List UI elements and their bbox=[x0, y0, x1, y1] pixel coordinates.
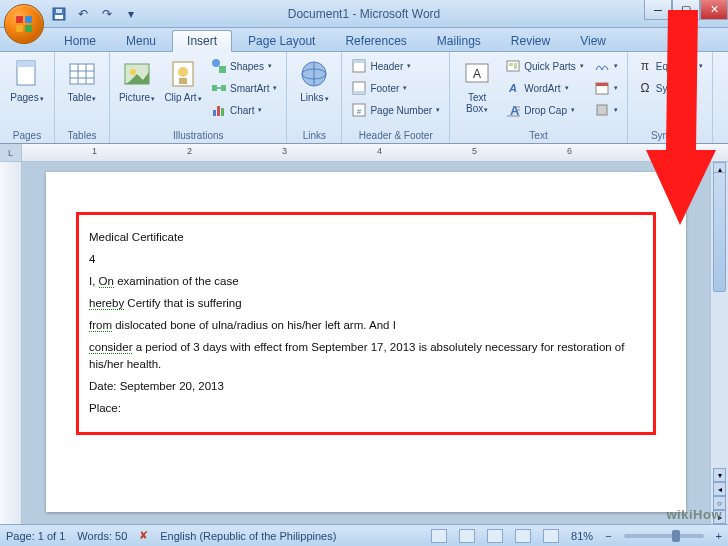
zoom-level[interactable]: 81% bbox=[571, 530, 593, 542]
button-label: Symbol bbox=[656, 83, 689, 94]
group-links: Links▾Links bbox=[287, 52, 342, 143]
page-status[interactable]: Page: 1 of 1 bbox=[6, 530, 65, 542]
browse-object-button[interactable]: ○ bbox=[713, 496, 726, 510]
button-label: WordArt bbox=[524, 83, 561, 94]
tab-home[interactable]: Home bbox=[50, 31, 110, 51]
picture-icon bbox=[121, 58, 153, 90]
zoom-slider[interactable] bbox=[624, 534, 704, 538]
close-button[interactable]: ✕ bbox=[700, 0, 728, 20]
document-text[interactable]: Medical Certificate4I, On examination of… bbox=[89, 229, 643, 416]
tab-view[interactable]: View bbox=[566, 31, 620, 51]
redo-button[interactable]: ↷ bbox=[98, 5, 116, 23]
object-button[interactable]: ▾ bbox=[591, 100, 621, 120]
document-page[interactable]: Medical Certificate4I, On examination of… bbox=[46, 172, 686, 512]
svg-rect-41 bbox=[514, 63, 517, 69]
pagenumber-button[interactable]: #Page Number▾ bbox=[348, 100, 443, 120]
group-text: AText Box▾Quick Parts▾AWordArt▾ADrop Cap… bbox=[450, 52, 628, 143]
document-line[interactable]: consider a period of 3 days with effect … bbox=[89, 339, 643, 371]
signature-button[interactable]: ▾ bbox=[591, 56, 621, 76]
obj-icon bbox=[594, 102, 610, 118]
group-label: Tables bbox=[61, 128, 103, 143]
zoom-thumb[interactable] bbox=[672, 530, 680, 542]
shapes-button[interactable]: Shapes▾ bbox=[208, 56, 280, 76]
qat-menu[interactable]: ▾ bbox=[122, 5, 140, 23]
document-line[interactable]: Medical Certificate bbox=[89, 229, 643, 245]
smartart-button[interactable]: SmartArt▾ bbox=[208, 78, 280, 98]
svg-rect-32 bbox=[353, 60, 365, 63]
next-page-button[interactable]: ▸ bbox=[713, 510, 726, 524]
textbox-button[interactable]: AText Box▾ bbox=[456, 56, 498, 114]
zoom-in-button[interactable]: + bbox=[716, 530, 722, 542]
quickparts-button[interactable]: Quick Parts▾ bbox=[502, 56, 587, 76]
tab-references[interactable]: References bbox=[331, 31, 420, 51]
vertical-scrollbar[interactable]: ▴ ▾ ◂ ○ ▸ bbox=[710, 162, 728, 524]
scroll-down-button[interactable]: ▾ bbox=[713, 468, 726, 482]
minimize-button[interactable]: ─ bbox=[644, 0, 672, 20]
svg-point-18 bbox=[178, 67, 188, 77]
grammar-squiggle[interactable]: from bbox=[89, 319, 112, 332]
tab-insert[interactable]: Insert bbox=[172, 30, 232, 52]
svg-text:A: A bbox=[473, 67, 481, 81]
save-button[interactable] bbox=[50, 5, 68, 23]
tab-review[interactable]: Review bbox=[497, 31, 564, 51]
document-line[interactable]: hereby Certify that is suffering bbox=[89, 295, 643, 311]
table-icon bbox=[66, 58, 98, 90]
grammar-squiggle[interactable]: On bbox=[99, 275, 114, 288]
footer-icon bbox=[351, 80, 367, 96]
chart-button[interactable]: Chart▾ bbox=[208, 100, 280, 120]
scroll-thumb[interactable] bbox=[713, 172, 726, 292]
ruler-mark: 4 bbox=[377, 146, 382, 156]
language-status[interactable]: English (Republic of the Philippines) bbox=[160, 530, 336, 542]
equation-button[interactable]: πEquation▾ bbox=[634, 56, 706, 76]
chart-icon bbox=[211, 102, 227, 118]
tab-menu[interactable]: Menu bbox=[112, 31, 170, 51]
wordart-button[interactable]: AWordArt▾ bbox=[502, 78, 587, 98]
document-line[interactable]: 4 bbox=[89, 251, 643, 267]
picture-button[interactable]: Picture▾ bbox=[116, 56, 158, 103]
links-button[interactable]: Links▾ bbox=[293, 56, 335, 103]
fullscreen-view[interactable] bbox=[459, 529, 475, 543]
grammar-squiggle[interactable]: consider bbox=[89, 341, 132, 354]
tab-page-layout[interactable]: Page Layout bbox=[234, 31, 329, 51]
clipart-button[interactable]: Clip Art▾ bbox=[162, 56, 204, 103]
pages-button[interactable]: Pages▾ bbox=[6, 56, 48, 103]
table-button[interactable]: Table▾ bbox=[61, 56, 103, 103]
symbol-button[interactable]: ΩSymbol▾ bbox=[634, 78, 706, 98]
datetime-button[interactable]: ▾ bbox=[591, 78, 621, 98]
document-scroll[interactable]: Medical Certificate4I, On examination of… bbox=[22, 162, 710, 524]
document-line[interactable]: Place: bbox=[89, 400, 643, 416]
outline-view[interactable] bbox=[515, 529, 531, 543]
header-button[interactable]: Header▾ bbox=[348, 56, 443, 76]
grammar-squiggle[interactable]: hereby bbox=[89, 297, 124, 310]
tab-mailings[interactable]: Mailings bbox=[423, 31, 495, 51]
vertical-ruler[interactable] bbox=[0, 162, 22, 524]
prev-page-button[interactable]: ◂ bbox=[713, 482, 726, 496]
textbox-icon: A bbox=[461, 58, 493, 90]
tab-strip: HomeMenuInsertPage LayoutReferencesMaili… bbox=[0, 28, 728, 52]
zoom-out-button[interactable]: − bbox=[605, 530, 611, 542]
print-layout-view[interactable] bbox=[431, 529, 447, 543]
dropcap-button[interactable]: ADrop Cap▾ bbox=[502, 100, 587, 120]
horizontal-ruler[interactable]: L 123456 bbox=[0, 144, 728, 162]
svg-rect-22 bbox=[212, 85, 217, 91]
button-label: Equation bbox=[656, 61, 695, 72]
undo-button[interactable]: ↶ bbox=[74, 5, 92, 23]
web-layout-view[interactable] bbox=[487, 529, 503, 543]
document-line[interactable]: I, On examination of the case bbox=[89, 273, 643, 289]
office-button[interactable] bbox=[4, 4, 44, 44]
document-line[interactable]: Date: September 20, 2013 bbox=[89, 378, 643, 394]
svg-rect-49 bbox=[597, 105, 607, 115]
svg-rect-0 bbox=[16, 16, 23, 23]
draft-view[interactable] bbox=[543, 529, 559, 543]
button-label: Text Box▾ bbox=[456, 92, 498, 114]
group-tables: Table▾Tables bbox=[55, 52, 110, 143]
footer-button[interactable]: Footer▾ bbox=[348, 78, 443, 98]
proofing-icon[interactable]: ✘ bbox=[139, 529, 148, 542]
button-label: Picture▾ bbox=[119, 92, 155, 103]
word-count[interactable]: Words: 50 bbox=[77, 530, 127, 542]
svg-rect-6 bbox=[56, 9, 62, 13]
document-line[interactable]: from dislocated bone of ulna/radius on h… bbox=[89, 317, 643, 333]
button-label: Pages▾ bbox=[10, 92, 43, 103]
button-label: Clip Art▾ bbox=[164, 92, 201, 103]
maximize-button[interactable]: ▢ bbox=[672, 0, 700, 20]
